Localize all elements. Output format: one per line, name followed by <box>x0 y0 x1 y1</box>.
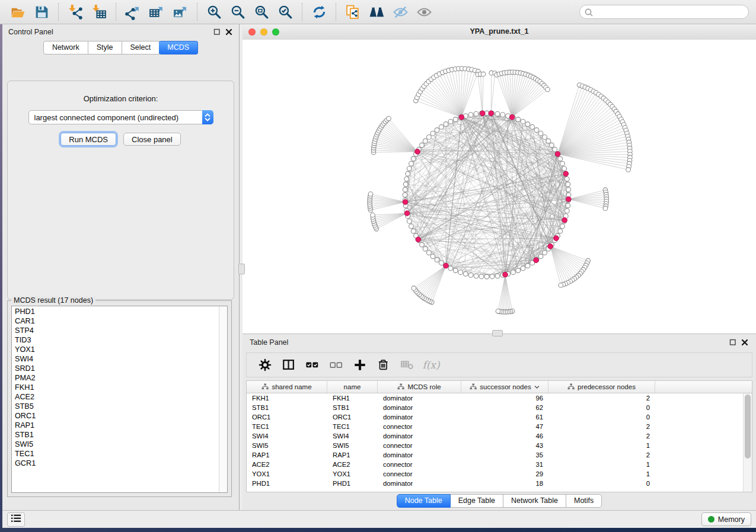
delete-column-button[interactable] <box>374 355 394 375</box>
table-cell: SWI5 <box>327 442 378 449</box>
float-table-window-icon[interactable] <box>729 338 737 347</box>
select-unchecked-button[interactable] <box>326 355 346 375</box>
mcds-result-item[interactable]: YOX1 <box>12 345 219 354</box>
tab-style[interactable]: Style <box>88 41 122 55</box>
mcds-result-item[interactable]: SWI5 <box>12 440 219 449</box>
mcds-result-item[interactable]: FKH1 <box>12 383 219 392</box>
table-row[interactable]: ORC1ORC1dominator610 <box>247 412 752 422</box>
list-scrollbar[interactable] <box>219 306 227 492</box>
mcds-result-item[interactable]: ACE2 <box>12 392 219 402</box>
column-layout-button[interactable] <box>279 355 299 375</box>
add-column-button[interactable] <box>350 355 370 375</box>
add-column-icon <box>353 358 367 372</box>
search-input[interactable] <box>579 5 749 19</box>
zoom-out-icon <box>230 4 246 20</box>
tab-mcds[interactable]: MCDS <box>159 41 198 55</box>
tab-node-table[interactable]: Node Table <box>397 494 451 508</box>
vertical-splitter-grip[interactable] <box>238 264 245 274</box>
mcds-result-list[interactable]: PHD1CAR1STP4TID3YOX1SWI4SRD1PMA2FKH1ACE2… <box>11 306 228 493</box>
tab-select[interactable]: Select <box>122 41 160 55</box>
table-row[interactable]: TEC1TEC1connector472 <box>247 422 752 431</box>
column-header-name[interactable]: name <box>327 381 378 393</box>
settings-gear-icon <box>258 358 272 372</box>
zoom-selected-button[interactable] <box>275 2 296 21</box>
delete-column-icon <box>377 358 391 372</box>
network-graph[interactable] <box>243 40 756 334</box>
table-scrollbar-thumb[interactable] <box>745 395 751 459</box>
mcds-result-item[interactable]: RAP1 <box>12 421 219 430</box>
mcds-result-item[interactable]: SWI4 <box>12 354 219 364</box>
mcds-result-item[interactable]: GCR1 <box>12 459 219 468</box>
open-folder-button[interactable] <box>7 2 28 21</box>
refresh-button[interactable] <box>308 2 330 21</box>
mcds-result-item[interactable]: TID3 <box>12 335 219 345</box>
network-window-titlebar[interactable]: YPA_prune.txt_1 <box>243 24 756 40</box>
zoom-out-button[interactable] <box>227 2 248 21</box>
column-label: shared name <box>272 383 311 390</box>
horizontal-splitter-grip[interactable] <box>492 330 503 336</box>
table-cell: ACE2 <box>247 461 327 468</box>
table-cell: 2 <box>548 451 655 459</box>
export-table-button[interactable] <box>146 2 167 21</box>
table-cell: 47 <box>461 423 548 430</box>
hide-eye-button[interactable] <box>390 2 411 21</box>
export-table-icon <box>149 4 165 20</box>
zoom-in-button[interactable] <box>203 2 225 21</box>
task-history-button[interactable] <box>7 512 25 527</box>
export-network-button[interactable] <box>122 2 143 21</box>
table-row[interactable]: RAP1RAP1dominator352 <box>247 450 752 460</box>
table-scrollbar[interactable] <box>743 393 752 492</box>
import-network-button[interactable] <box>65 2 86 21</box>
column-header-predecessor-nodes[interactable]: predecessor nodes <box>548 381 655 393</box>
table-row[interactable]: ACE2ACE2connector311 <box>247 460 752 469</box>
mcds-result-item[interactable]: STB1 <box>12 430 219 440</box>
run-mcds-button[interactable]: Run MCDS <box>60 133 116 146</box>
table-row[interactable]: SWI4SWI4dominator462 <box>247 431 752 441</box>
mcds-result-item[interactable]: PMA2 <box>12 373 219 383</box>
close-panel-icon[interactable] <box>225 28 233 36</box>
mcds-result-item[interactable]: STB5 <box>12 402 219 411</box>
table-row[interactable]: PHD1PHD1dominator180 <box>247 479 752 488</box>
column-namespace-icon <box>397 383 404 390</box>
table-cell: TEC1 <box>247 423 327 430</box>
save-button[interactable] <box>31 2 52 21</box>
copy-network-button[interactable] <box>342 2 363 21</box>
memory-button[interactable]: Memory <box>701 512 751 526</box>
tab-motifs[interactable]: Motifs <box>566 494 602 508</box>
network-view-canvas[interactable] <box>243 40 756 334</box>
table-row[interactable]: STB1STB1dominator620 <box>247 403 752 412</box>
function-button[interactable]: f(x) <box>421 355 441 375</box>
tab-network[interactable]: Network <box>43 41 88 55</box>
select-stepper-icon <box>202 110 213 124</box>
mcds-result-item[interactable]: PHD1 <box>12 307 219 316</box>
import-table-button[interactable] <box>88 2 110 21</box>
mcds-result-item[interactable]: TEC1 <box>12 449 219 459</box>
optimization-select[interactable]: largest connected component (undirected) <box>28 110 213 124</box>
close-table-panel-icon[interactable] <box>741 338 749 347</box>
table-cell: 0 <box>548 480 655 487</box>
select-checked-button[interactable] <box>302 355 323 375</box>
close-panel-button[interactable]: Close panel <box>123 133 181 146</box>
mcds-result-item[interactable]: CAR1 <box>12 316 219 326</box>
zoom-selected-icon <box>277 4 294 20</box>
column-header-shared-name[interactable]: shared name <box>247 381 327 393</box>
show-eye-button[interactable] <box>413 2 435 21</box>
column-header-MCDS-role[interactable]: MCDS role <box>378 381 461 393</box>
table-row[interactable]: FKH1FKH1dominator962 <box>247 393 752 403</box>
tab-network-table[interactable]: Network Table <box>503 494 566 508</box>
table-row[interactable]: YOX1YOX1connector291 <box>247 469 752 479</box>
column-header-successor-nodes[interactable]: successor nodes <box>461 381 548 393</box>
float-window-icon[interactable] <box>213 28 221 36</box>
mcds-panel: Optimization criterion: largest connecte… <box>7 81 234 300</box>
binoculars-button[interactable] <box>366 2 387 21</box>
delete-table-button[interactable] <box>397 355 417 375</box>
mcds-result-item[interactable]: ORC1 <box>12 411 219 421</box>
settings-gear-button[interactable] <box>255 355 275 375</box>
zoom-fit-button[interactable] <box>251 2 272 21</box>
mcds-result-item[interactable]: SRD1 <box>12 364 219 373</box>
export-image-button[interactable] <box>170 2 191 21</box>
mcds-result-item[interactable]: STP4 <box>12 326 219 335</box>
table-row[interactable]: SWI5SWI5connector431 <box>247 441 752 450</box>
hide-eye-icon <box>393 4 409 20</box>
tab-edge-table[interactable]: Edge Table <box>451 494 503 508</box>
